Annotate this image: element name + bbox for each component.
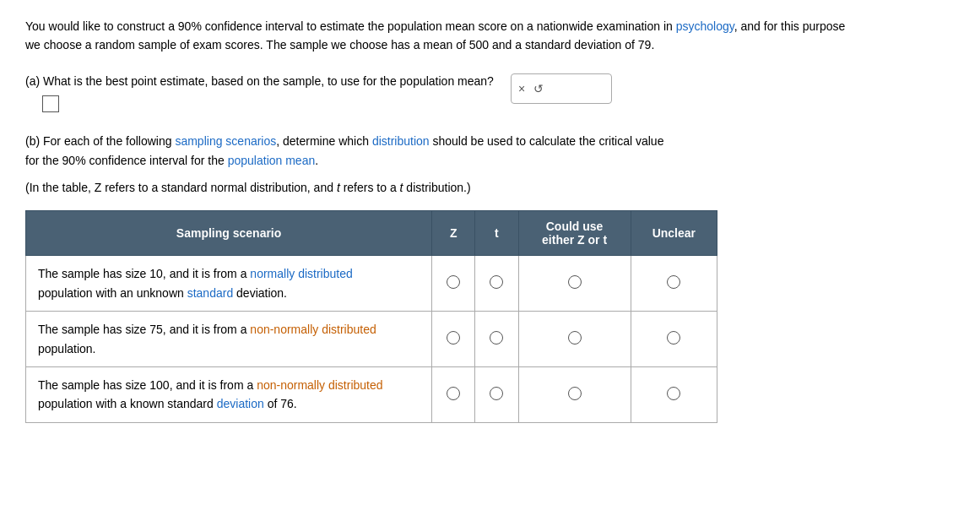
part-b-text-line2: for the 90% confidence interval for the … [25,151,955,170]
part-a-input-box: × ↺ [511,73,612,104]
radio-cell-row1-t[interactable] [475,256,518,312]
radio-cell-row1-z[interactable] [432,256,475,312]
radio-cell-row3-t[interactable] [475,366,518,422]
radio-row2-unclear[interactable] [667,331,680,345]
col-header-t: t [475,211,518,256]
radio-cell-row2-unclear[interactable] [631,312,717,367]
table-header-row: Sampling scenario Z t Could use either Z… [26,211,717,256]
scenario-cell-3: The sample has size 100, and it is from … [26,366,432,422]
sub-text-note: (In the table, Z refers to a standard no… [25,178,955,197]
row2-highlight-nonnormally: non-normally distributed [250,323,376,336]
radio-cell-row2-t[interactable] [475,312,518,367]
radio-row3-unclear[interactable] [667,387,680,400]
radio-cell-row3-unclear[interactable] [631,366,717,422]
scenario-cell-1: The sample has size 10, and it is from a… [26,256,432,312]
row3-highlight-deviation: deviation [217,397,264,410]
radio-row2-t[interactable] [490,331,503,345]
table-row: The sample has size 75, and it is from a… [26,312,717,367]
part-a-clear-icon[interactable]: × [518,82,525,95]
radio-row3-z[interactable] [447,387,460,400]
table-row: The sample has size 100, and it is from … [26,366,717,422]
radio-row2-either[interactable] [568,331,582,345]
radio-row3-t[interactable] [490,387,503,400]
intro-highlight-psychology: psychology [676,19,734,33]
part-b-text-line1: (b) For each of the following sampling s… [25,132,955,150]
scenario-cell-2: The sample has size 75, and it is from a… [26,312,432,367]
radio-cell-row2-either[interactable] [518,312,631,367]
part-b-highlight-distribution: distribution [372,134,430,148]
sampling-table: Sampling scenario Z t Could use either Z… [25,210,717,422]
part-a-question-text: (a) What is the best point estimate, bas… [25,72,494,90]
row1-highlight-standard: standard [187,286,233,300]
radio-cell-row3-z[interactable] [432,366,475,422]
row1-highlight-normally: normally distributed [250,267,352,280]
part-a-section: (a) What is the best point estimate, bas… [25,72,955,115]
part-a-answer-box[interactable] [42,95,59,112]
radio-row1-t[interactable] [490,275,503,289]
table-wrapper: Sampling scenario Z t Could use either Z… [25,210,955,422]
radio-row3-either[interactable] [568,387,582,400]
intro-paragraph: You would like to construct a 90% confid… [25,17,955,55]
radio-cell-row1-either[interactable] [518,256,631,312]
radio-cell-row1-unclear[interactable] [631,256,717,312]
part-a-question-area: (a) What is the best point estimate, bas… [25,72,494,115]
col-header-unclear: Unclear [631,211,717,256]
col-header-scenario: Sampling scenario [26,211,432,256]
radio-row2-z[interactable] [447,331,460,345]
radio-row1-z[interactable] [447,275,460,289]
part-a-reset-icon[interactable]: ↺ [533,82,544,95]
part-b-section: (b) For each of the following sampling s… [25,132,955,170]
col-header-z: Z [432,211,475,256]
radio-cell-row2-z[interactable] [432,312,475,367]
part-b-highlight-mean: population mean [228,154,316,167]
radio-cell-row3-either[interactable] [518,366,631,422]
table-row: The sample has size 10, and it is from a… [26,256,717,312]
radio-row1-unclear[interactable] [667,275,680,289]
part-b-highlight-sampling: sampling scenarios [175,134,276,148]
radio-row1-either[interactable] [568,275,582,289]
row3-highlight-nonnormally: non-normally distributed [257,378,382,392]
col-header-either: Could use either Z or t [518,211,631,256]
